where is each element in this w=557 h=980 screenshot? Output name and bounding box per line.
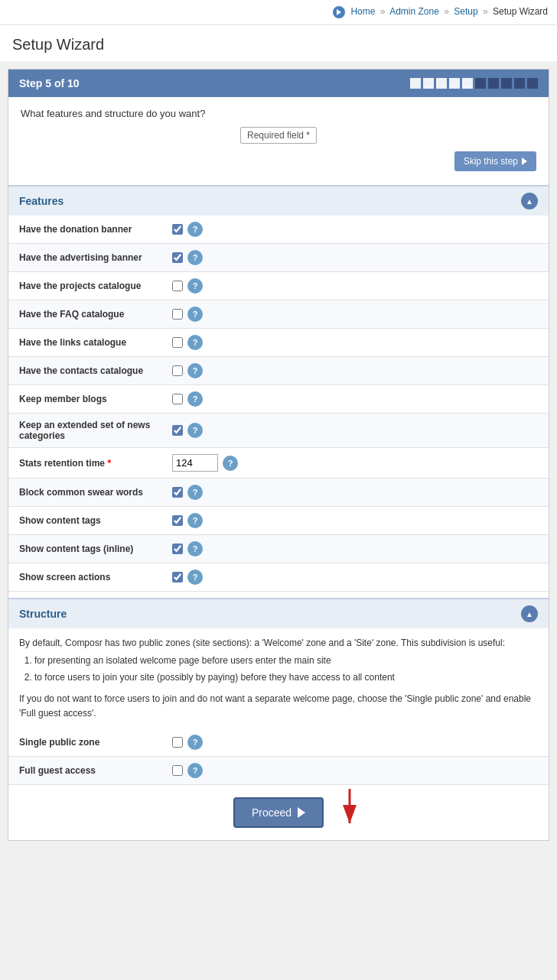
structure-feature-label: Full guest access (8, 756, 161, 784)
list-item: for presenting an isolated welcome page … (34, 654, 538, 668)
features-title: Features (19, 195, 64, 207)
proceed-label: Proceed (252, 806, 292, 819)
step-header: Step 5 of 10 (8, 70, 549, 97)
skip-arrow-icon (522, 157, 527, 165)
table-row: Keep an extended set of news categories … (8, 414, 549, 448)
list-item: to force users to join your site (possib… (34, 670, 538, 685)
table-row: Keep member blogs ? (8, 385, 549, 414)
advertising-banner-help[interactable]: ? (187, 250, 203, 265)
feature-label: Have the advertising banner (8, 244, 161, 272)
progress-bar-1 (410, 78, 421, 89)
table-row: Have the contacts catalogue ? (8, 357, 549, 385)
feature-label: Have the links catalogue (8, 329, 161, 357)
feature-label: Block common swear words (8, 479, 161, 507)
table-row: Have the projects catalogue ? (8, 272, 549, 300)
table-row: Show content tags (inline) ? (8, 535, 549, 563)
faq-catalogue-checkbox[interactable] (172, 309, 183, 320)
red-arrow-icon (327, 785, 373, 831)
screen-actions-help[interactable]: ? (187, 570, 203, 585)
structure-description: By default, Composr has two public zones… (8, 628, 549, 729)
single-public-zone-help[interactable]: ? (187, 735, 203, 750)
table-row: Stats retention time * ? (8, 448, 549, 479)
advertising-banner-checkbox[interactable] (172, 252, 183, 263)
swear-words-help[interactable]: ? (187, 485, 203, 500)
page-title: Setup Wizard (0, 25, 557, 61)
structure-desc-text: By default, Composr has two public zones… (19, 636, 538, 651)
donation-banner-help[interactable]: ? (187, 222, 203, 237)
breadcrumb-admin-zone[interactable]: Admin Zone (389, 6, 439, 17)
structure-note: If you do not want to force users to joi… (19, 692, 538, 721)
structure-list: for presenting an isolated welcome page … (34, 654, 538, 685)
breadcrumb: Home » Admin Zone » Setup » Setup Wizard (0, 0, 557, 25)
table-row: Have the links catalogue ? (8, 329, 549, 357)
feature-label: Show content tags (8, 507, 161, 535)
table-row: Full guest access ? (8, 756, 549, 784)
single-public-zone-checkbox[interactable] (172, 737, 183, 748)
play-icon (333, 6, 345, 18)
structure-collapse-button[interactable] (521, 605, 538, 622)
step-question: What features and structure do you want? (21, 108, 536, 119)
feature-label: Keep an extended set of news categories (8, 414, 161, 448)
feature-label: Have the FAQ catalogue (8, 300, 161, 329)
member-blogs-help[interactable]: ? (187, 391, 203, 407)
full-guest-access-checkbox[interactable] (172, 765, 183, 776)
faq-catalogue-help[interactable]: ? (187, 307, 203, 322)
structure-table: Single public zone ? Full guest access ? (8, 729, 549, 785)
donation-banner-checkbox[interactable] (172, 224, 183, 235)
structure-section-header: Structure (8, 598, 549, 628)
features-section-header: Features (8, 185, 549, 216)
feature-label: Keep member blogs (8, 385, 161, 414)
proceed-area: Proceed (8, 785, 549, 840)
progress-bar-8 (501, 78, 512, 89)
skip-step-label: Skip this step (464, 156, 518, 167)
progress-bar-2 (423, 78, 434, 89)
stats-retention-input[interactable] (172, 454, 218, 472)
table-row: Show screen actions ? (8, 563, 549, 592)
progress-bar-6 (475, 78, 486, 89)
features-collapse-button[interactable] (521, 193, 538, 209)
progress-bar-9 (514, 78, 525, 89)
news-categories-help[interactable]: ? (187, 423, 203, 438)
breadcrumb-setup[interactable]: Setup (454, 6, 477, 17)
step-label: Step 5 of 10 (19, 77, 80, 89)
table-row: Show content tags ? (8, 507, 549, 535)
full-guest-access-help[interactable]: ? (187, 763, 203, 778)
progress-bar-5 (462, 78, 473, 89)
table-row: Have the donation banner ? (8, 216, 549, 244)
projects-catalogue-checkbox[interactable] (172, 281, 183, 291)
content-tags-checkbox[interactable] (172, 515, 183, 526)
breadcrumb-home[interactable]: Home (350, 6, 375, 17)
stats-retention-help[interactable]: ? (223, 456, 238, 471)
content-tags-help[interactable]: ? (187, 513, 203, 528)
feature-label: Have the contacts catalogue (8, 357, 161, 385)
screen-actions-checkbox[interactable] (172, 572, 183, 582)
links-catalogue-help[interactable]: ? (187, 335, 203, 350)
table-row: Block common swear words ? (8, 479, 549, 507)
contacts-catalogue-help[interactable]: ? (187, 363, 203, 378)
structure-feature-label: Single public zone (8, 729, 161, 757)
skip-step-button[interactable]: Skip this step (454, 151, 536, 171)
projects-catalogue-help[interactable]: ? (187, 278, 203, 294)
contacts-catalogue-checkbox[interactable] (172, 365, 183, 376)
table-row: Have the FAQ catalogue ? (8, 300, 549, 329)
feature-label: Show screen actions (8, 563, 161, 592)
step-progress (410, 78, 538, 89)
member-blogs-checkbox[interactable] (172, 394, 183, 404)
content-tags-inline-help[interactable]: ? (187, 541, 203, 557)
feature-label: Have the projects catalogue (8, 272, 161, 300)
table-row: Single public zone ? (8, 729, 549, 757)
swear-words-checkbox[interactable] (172, 487, 183, 498)
content-tags-inline-checkbox[interactable] (172, 544, 183, 554)
proceed-arrow-icon (298, 807, 305, 818)
progress-bar-7 (488, 78, 499, 89)
progress-bar-4 (449, 78, 460, 89)
required-field-badge: Required field * (240, 127, 317, 144)
features-table: Have the donation banner ? Have the adve… (8, 216, 549, 592)
feature-label: Have the donation banner (8, 216, 161, 244)
table-row: Have the advertising banner ? (8, 244, 549, 272)
news-categories-checkbox[interactable] (172, 425, 183, 436)
stats-retention-label: Stats retention time * (8, 448, 161, 479)
structure-title: Structure (19, 608, 67, 620)
links-catalogue-checkbox[interactable] (172, 337, 183, 348)
proceed-button[interactable]: Proceed (233, 797, 324, 828)
